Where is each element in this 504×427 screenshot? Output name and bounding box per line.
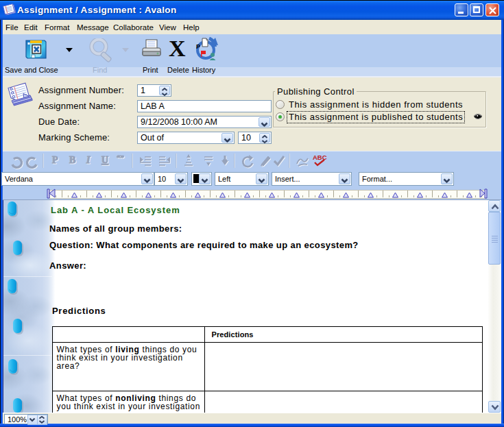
svg-text:I: I [86, 155, 91, 165]
svg-text:ABC: ABC [313, 154, 327, 161]
svg-text:P: P [196, 43, 200, 50]
svg-text:U: U [101, 155, 108, 165]
svg-text:“”: “” [117, 154, 124, 162]
svg-text:P: P [52, 155, 58, 165]
svg-text:B: B [69, 155, 75, 165]
